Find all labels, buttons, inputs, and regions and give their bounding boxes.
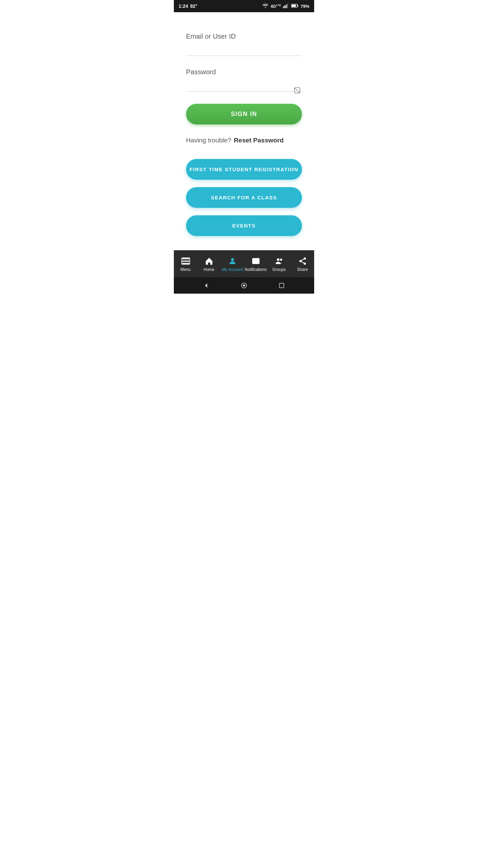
nav-item-menu[interactable]: Menu [174,256,197,272]
menu-icon [181,256,190,266]
nav-label-myaccount: My Account [222,267,243,272]
search-class-button[interactable]: SEARCH FOR A CLASS [186,187,302,208]
nav-item-notifications[interactable]: ★ Notifications [244,256,267,272]
nav-label-notifications: Notifications [245,267,267,272]
back-button[interactable] [202,281,210,290]
svg-rect-10 [182,260,189,261]
svg-rect-3 [287,3,288,8]
email-label: Email or User ID [186,33,302,40]
svg-line-21 [301,262,304,263]
svg-rect-26 [280,283,284,288]
svg-marker-23 [205,283,207,288]
nav-label-share: Share [297,267,308,272]
myaccount-icon [228,256,237,266]
password-label: Password [186,68,302,76]
nav-label-menu: Menu [180,267,190,272]
show-password-icon[interactable] [293,86,301,95]
svg-point-18 [304,257,306,260]
share-icon [298,256,307,266]
svg-rect-6 [291,4,296,6]
nav-label-groups: Groups [272,267,286,272]
bottom-nav: Menu Home My Account ★ [174,250,314,277]
password-wrapper [186,79,302,104]
trouble-text: Having trouble? [186,137,231,144]
svg-rect-0 [283,6,284,8]
main-content: Email or User ID Password SIGN IN Having… [174,12,314,250]
svg-line-22 [301,259,304,260]
network-icon: 4GLTE [270,4,281,9]
svg-point-25 [243,284,245,287]
notifications-icon: ★ [251,256,261,266]
nav-item-myaccount[interactable]: My Account [221,256,244,272]
trouble-row: Having trouble? Reset Password [186,137,302,144]
status-bar: 1:24 92° 4GLTE 79% [174,0,314,12]
battery-percent: 79% [301,4,309,9]
svg-line-8 [294,88,300,93]
svg-point-13 [231,258,234,261]
signal-icon [283,3,289,9]
svg-rect-11 [182,263,189,264]
status-temp: 92° [190,3,197,9]
svg-text:★: ★ [257,257,259,260]
android-nav-bar [174,277,314,294]
svg-rect-9 [182,258,189,259]
home-icon [204,256,214,266]
nav-item-share[interactable]: Share [291,256,314,272]
nav-label-home: Home [203,267,214,272]
nav-item-groups[interactable]: Groups [267,256,291,272]
email-input[interactable] [186,43,302,56]
svg-point-20 [304,262,306,265]
svg-point-19 [299,260,302,262]
svg-rect-1 [284,5,285,8]
nav-item-home[interactable]: Home [197,256,221,272]
status-time: 1:24 [179,3,188,9]
svg-point-16 [277,258,279,261]
home-button[interactable] [240,281,248,290]
events-button[interactable]: EVENTS [186,215,302,236]
battery-icon [291,4,299,9]
registration-button[interactable]: FIRST TIME STUDENT REGISTRATION [186,159,302,180]
sign-in-button[interactable]: SIGN IN [186,104,302,124]
recents-button[interactable] [278,281,286,290]
svg-point-17 [280,258,282,261]
groups-icon [274,256,284,266]
wifi-icon [262,3,268,9]
svg-rect-2 [286,4,287,8]
password-input[interactable] [186,79,302,92]
reset-password-link[interactable]: Reset Password [234,137,284,144]
svg-rect-5 [298,5,298,6]
